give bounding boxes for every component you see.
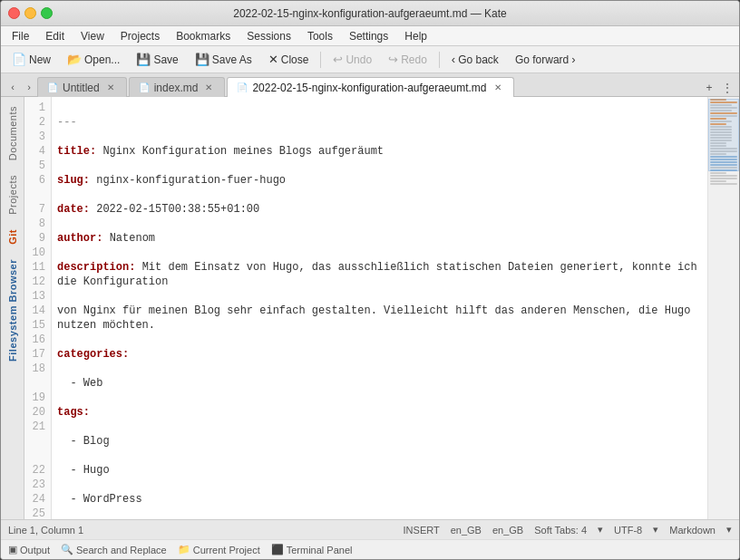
menu-settings[interactable]: Settings bbox=[342, 28, 395, 44]
search-icon: 🔍 bbox=[61, 544, 73, 555]
sidebar-item-documents[interactable]: Documents bbox=[7, 101, 18, 166]
go-back-label: Go back bbox=[458, 53, 499, 66]
tab-actions: + ⋮ bbox=[701, 80, 735, 96]
minimap bbox=[707, 97, 739, 519]
menu-edit[interactable]: Edit bbox=[38, 28, 72, 44]
minimap-viewport[interactable] bbox=[708, 99, 739, 171]
save-icon: 💾 bbox=[136, 53, 151, 66]
current-project-btn[interactable]: 📁 Current Project bbox=[178, 544, 260, 555]
status-language[interactable]: en_GB bbox=[451, 525, 482, 536]
menu-view[interactable]: View bbox=[73, 28, 112, 44]
close-button[interactable]: ✕ Close bbox=[261, 49, 316, 70]
new-button[interactable]: 📄 New bbox=[5, 49, 58, 70]
search-label: Search and Replace bbox=[76, 545, 167, 555]
sidebar-item-git[interactable]: Git bbox=[7, 224, 18, 250]
output-btn[interactable]: ▣ Output bbox=[8, 544, 50, 555]
new-icon: 📄 bbox=[12, 53, 26, 66]
undo-label: Undo bbox=[346, 53, 372, 66]
minimap-line bbox=[710, 175, 737, 177]
tab-main-icon: 📄 bbox=[237, 82, 248, 92]
status-encoding[interactable]: UTF-8 bbox=[614, 525, 642, 536]
terminal-panel-btn[interactable]: ⬛ Terminal Panel bbox=[271, 544, 353, 555]
tab-index-icon: 📄 bbox=[139, 82, 150, 92]
maximize-window-btn[interactable] bbox=[41, 7, 53, 19]
status-mode: INSERT bbox=[404, 525, 440, 536]
menu-file[interactable]: File bbox=[5, 28, 36, 44]
window-title: 2022-02-15-nginx-konfiguration-aufgeraeu… bbox=[233, 7, 507, 20]
project-icon: 📁 bbox=[178, 544, 190, 555]
tab-menu-btn[interactable]: ⋮ bbox=[719, 80, 735, 96]
close-window-btn[interactable] bbox=[8, 7, 20, 19]
editor-area: 1 2 3 4 5 6 7 8 9 10 11 12 13 14 15 16 1… bbox=[24, 97, 739, 519]
tab-untitled[interactable]: 📄 Untitled ✕ bbox=[37, 77, 127, 97]
main-area: Documents Projects Git Filesystem Browse… bbox=[1, 97, 739, 519]
toolbar-sep-2 bbox=[439, 52, 440, 68]
redo-label: Redo bbox=[401, 53, 427, 66]
open-button[interactable]: 📂 Open... bbox=[60, 49, 127, 70]
save-as-button[interactable]: 💾 Save As bbox=[188, 49, 259, 70]
open-label: Open... bbox=[84, 53, 120, 66]
save-as-icon: 💾 bbox=[195, 53, 209, 66]
redo-button[interactable]: ↪ Redo bbox=[381, 49, 434, 70]
terminal-icon: ⬛ bbox=[271, 544, 284, 555]
output-label: Output bbox=[20, 545, 50, 555]
left-sidebar: Documents Projects Git Filesystem Browse… bbox=[1, 97, 24, 519]
toolbar-sep-1 bbox=[320, 52, 321, 68]
search-replace-btn[interactable]: 🔍 Search and Replace bbox=[61, 544, 167, 555]
undo-icon: ↩ bbox=[333, 53, 343, 66]
new-tab-btn[interactable]: + bbox=[701, 80, 717, 96]
undo-button[interactable]: ↩ Undo bbox=[326, 49, 379, 70]
tab-untitled-label: Untitled bbox=[63, 82, 100, 94]
tab-index-close[interactable]: ✕ bbox=[202, 82, 215, 94]
output-icon: ▣ bbox=[8, 544, 17, 555]
line-col-value: Line 1, Column 1 bbox=[8, 525, 83, 536]
redo-icon: ↪ bbox=[388, 53, 398, 66]
close-label: Close bbox=[281, 53, 309, 66]
window-controls bbox=[8, 7, 53, 19]
open-icon: 📂 bbox=[67, 53, 82, 66]
go-forward-icon: › bbox=[571, 53, 575, 66]
line-numbers: 1 2 3 4 5 6 7 8 9 10 11 12 13 14 15 16 1… bbox=[24, 97, 52, 519]
menu-projects[interactable]: Projects bbox=[113, 28, 167, 44]
go-forward-button[interactable]: Go forward › bbox=[508, 49, 583, 70]
statusbar: Line 1, Column 1 INSERT en_GB en_GB Soft… bbox=[1, 519, 739, 539]
project-label: Current Project bbox=[193, 545, 260, 555]
menu-tools[interactable]: Tools bbox=[300, 28, 340, 44]
tab-main[interactable]: 📄 2022-02-15-nginx-konfiguration-aufgera… bbox=[227, 77, 513, 97]
save-as-label: Save As bbox=[212, 53, 252, 66]
menu-sessions[interactable]: Sessions bbox=[239, 28, 298, 44]
minimap-line bbox=[710, 178, 737, 179]
sidebar-item-filesystem[interactable]: Filesystem Browser bbox=[7, 254, 18, 367]
minimize-window-btn[interactable] bbox=[24, 7, 36, 19]
statusbar-right: INSERT en_GB en_GB Soft Tabs: 4 ▾ UTF-8 … bbox=[404, 524, 732, 536]
toolbar: 📄 New 📂 Open... 💾 Save 💾 Save As ✕ Close… bbox=[1, 46, 739, 73]
go-back-button[interactable]: ‹ Go back bbox=[444, 49, 506, 70]
tab-main-label: 2022-02-15-nginx-konfiguration-aufgeraeu… bbox=[252, 82, 486, 94]
new-label: New bbox=[29, 53, 51, 66]
save-label: Save bbox=[153, 53, 178, 66]
menu-bookmarks[interactable]: Bookmarks bbox=[169, 28, 238, 44]
tab-next-btn[interactable]: › bbox=[21, 78, 37, 96]
editor-content[interactable]: --- title: Nginx Konfiguration meines Bl… bbox=[52, 97, 707, 519]
menu-help[interactable]: Help bbox=[397, 28, 434, 44]
status-filetype-arrow: ▾ bbox=[726, 524, 732, 536]
main-window: 2022-02-15-nginx-konfiguration-aufgeraeu… bbox=[0, 0, 740, 560]
tab-untitled-close[interactable]: ✕ bbox=[104, 82, 117, 94]
tab-prev-btn[interactable]: ‹ bbox=[5, 78, 21, 96]
tabs-bar: ‹ › 📄 Untitled ✕ 📄 index.md ✕ 📄 2022-02-… bbox=[1, 73, 739, 97]
status-language-value[interactable]: en_GB bbox=[492, 525, 523, 536]
status-tabs-arrow: ▾ bbox=[598, 524, 603, 536]
status-filetype[interactable]: Markdown bbox=[669, 525, 716, 536]
save-button[interactable]: 💾 Save bbox=[129, 49, 185, 70]
tab-main-close[interactable]: ✕ bbox=[492, 82, 504, 94]
tab-index[interactable]: 📄 index.md ✕ bbox=[129, 77, 226, 97]
minimap-line bbox=[710, 172, 726, 174]
minimap-line bbox=[710, 183, 737, 185]
status-encoding-arrow: ▾ bbox=[653, 524, 658, 536]
tab-untitled-icon: 📄 bbox=[47, 82, 58, 92]
status-tabs[interactable]: Soft Tabs: 4 bbox=[534, 525, 587, 536]
minimap-line bbox=[710, 180, 726, 182]
close-icon: ✕ bbox=[268, 53, 278, 66]
sidebar-item-projects[interactable]: Projects bbox=[7, 169, 18, 220]
go-forward-label: Go forward bbox=[515, 53, 569, 66]
